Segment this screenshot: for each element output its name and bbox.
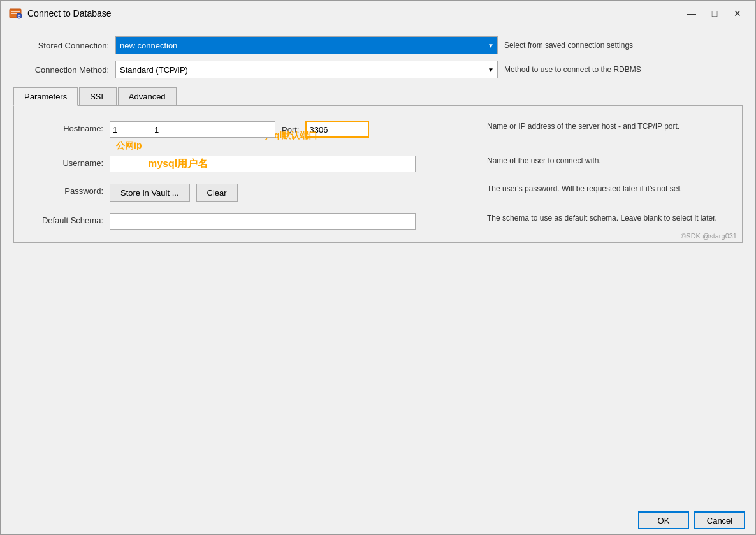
svg-rect-2 bbox=[11, 13, 17, 14]
schema-input[interactable] bbox=[110, 213, 416, 230]
tab-parameters[interactable]: Parameters bbox=[13, 87, 78, 106]
username-label: Username: bbox=[27, 156, 103, 168]
username-row: Username: mysql用户名 Name of the user to c… bbox=[27, 156, 729, 172]
tab-container: Parameters SSL Advanced mysql默认端口 Hostna… bbox=[13, 85, 743, 243]
svg-rect-1 bbox=[11, 11, 20, 12]
password-label: Password: bbox=[27, 184, 103, 196]
minimize-button[interactable]: — bbox=[681, 4, 702, 22]
username-input[interactable] bbox=[110, 156, 416, 172]
connection-method-label: Connection Method: bbox=[13, 65, 109, 75]
connection-method-row: Connection Method: Standard (TCP/IP) ▼ M… bbox=[13, 61, 743, 78]
connection-method-hint: Method to use to connect to the RDBMS bbox=[504, 65, 721, 74]
main-window: D Connect to Database — □ ✕ Stored Conne… bbox=[0, 0, 756, 535]
stored-connection-row: Stored Connection: new connection ▼ Sele… bbox=[13, 36, 743, 54]
titlebar: D Connect to Database — □ ✕ bbox=[1, 1, 755, 26]
window-title: Connect to Database bbox=[27, 8, 681, 18]
schema-hint: The schema to use as default schema. Lea… bbox=[487, 213, 729, 224]
watermark: ©SDK @starg031 bbox=[681, 232, 737, 240]
tab-ssl[interactable]: SSL bbox=[79, 87, 117, 105]
default-schema-row: Default Schema: The schema to use as def… bbox=[27, 213, 729, 230]
hostname-label: Hostname: bbox=[27, 121, 103, 133]
footer: OK Cancel bbox=[1, 506, 755, 534]
stored-connection-select[interactable]: new connection bbox=[115, 36, 498, 54]
password-inputs: Store in Vault ... Clear bbox=[110, 184, 481, 202]
username-hint: Name of the user to connect with. bbox=[487, 156, 729, 166]
hostname-wrapper: 公网ip bbox=[110, 121, 275, 138]
clear-button[interactable]: Clear bbox=[196, 184, 238, 202]
hostname-input[interactable] bbox=[110, 121, 275, 138]
stored-connection-label: Stored Connection: bbox=[13, 41, 109, 50]
cancel-button[interactable]: Cancel bbox=[694, 511, 745, 529]
password-row: Password: Store in Vault ... Clear The u… bbox=[27, 184, 729, 202]
hostname-row: Hostname: 公网ip Port: Name or IP address … bbox=[27, 121, 729, 138]
svg-text:D: D bbox=[18, 15, 21, 18]
public-ip-annotation: 公网ip bbox=[116, 140, 142, 152]
tab-content-parameters: mysql默认端口 Hostname: 公网ip Port: bbox=[13, 106, 743, 243]
connection-method-select[interactable]: Standard (TCP/IP) bbox=[115, 61, 498, 78]
default-schema-label: Default Schema: bbox=[27, 213, 103, 225]
window-controls: — □ ✕ bbox=[681, 4, 748, 22]
tabs: Parameters SSL Advanced bbox=[13, 87, 743, 106]
default-schema-inputs bbox=[110, 213, 481, 230]
store-in-vault-button[interactable]: Store in Vault ... bbox=[110, 184, 190, 202]
hostname-hint: Name or IP address of the server host - … bbox=[487, 121, 729, 132]
ok-button[interactable]: OK bbox=[638, 511, 689, 529]
username-inputs: mysql用户名 bbox=[110, 156, 481, 172]
main-content: Stored Connection: new connection ▼ Sele… bbox=[1, 26, 755, 506]
close-button[interactable]: ✕ bbox=[727, 4, 748, 22]
maximize-button[interactable]: □ bbox=[704, 4, 725, 22]
tab-advanced[interactable]: Advanced bbox=[118, 87, 177, 105]
stored-connection-hint: Select from saved connection settings bbox=[504, 41, 721, 50]
params-grid: Hostname: 公网ip Port: Name or IP address … bbox=[27, 121, 729, 230]
password-hint: The user's password. Will be requested l… bbox=[487, 184, 729, 194]
app-icon: D bbox=[8, 6, 22, 20]
